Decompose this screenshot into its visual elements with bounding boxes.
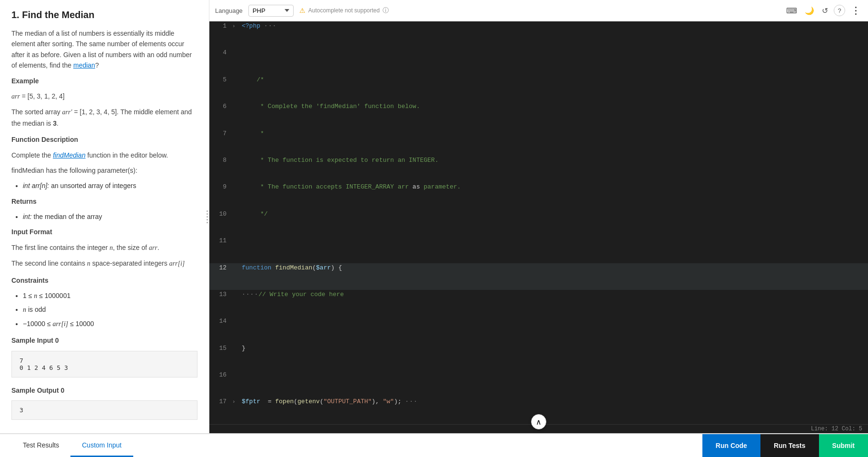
submit-button[interactable]: Submit <box>819 434 868 457</box>
sample-input-line1: 7 <box>20 357 189 364</box>
median-link[interactable]: median <box>73 61 95 69</box>
func-desc-title: Function Description <box>11 134 197 145</box>
line-content-6: * Complete the 'findMedian' function bel… <box>240 102 868 129</box>
code-line-13: 13 ····// Write your code here <box>209 290 868 317</box>
line-num-13: 13 <box>209 290 232 317</box>
return-item: int: the median of the array <box>23 211 197 222</box>
line-num-5: 5 <box>209 75 232 102</box>
code-line-10: 10 */ <box>209 209 868 236</box>
line-num-9: 9 <box>209 182 232 209</box>
returns-list: int: the median of the array <box>23 211 197 222</box>
bottom-bar: Test Results Custom Input Run Code Run T… <box>0 433 868 457</box>
line-expander-16 <box>232 370 240 397</box>
description-p1: The median of a list of numbers is essen… <box>11 28 197 71</box>
constraints-list: 1 ≤ n ≤ 1000001 n is odd −10000 ≤ arr[i]… <box>23 290 197 329</box>
sample-output-value: 3 <box>20 407 189 414</box>
sample-output-title: Sample Output 0 <box>11 385 197 396</box>
line-num-15: 15 <box>209 344 232 370</box>
sample-input-title: Sample Input 0 <box>11 335 197 346</box>
constraint-1: 1 ≤ n ≤ 1000001 <box>23 290 197 301</box>
main-container: 1. Find the Median The median of a list … <box>0 0 868 433</box>
code-line-12: 12 function findMedian($arr) { <box>209 263 868 290</box>
sample-output-box: 3 <box>11 400 197 420</box>
sorted-desc: The sorted array arr′ = [1, 2, 3, 4, 5].… <box>11 107 197 129</box>
code-line-5: 5 /* <box>209 75 868 102</box>
line-expander-4 <box>232 48 240 75</box>
problem-title: 1. Find the Median <box>11 10 197 20</box>
line-expander-7 <box>232 129 240 156</box>
func-desc-p1: Complete the findMedian function in the … <box>11 150 197 160</box>
line-expander-10 <box>232 209 240 236</box>
line-content-4 <box>240 48 868 75</box>
help-button[interactable]: ? <box>834 5 845 16</box>
line-content-10: */ <box>240 209 868 236</box>
scroll-up-button[interactable]: ∧ <box>531 414 546 429</box>
more-options-button[interactable]: ⋮ <box>849 3 862 18</box>
tab-custom-input[interactable]: Custom Input <box>70 434 133 457</box>
code-lines: 1 › <?php ··· 4 5 /* <box>209 21 868 424</box>
resize-handle[interactable] <box>205 0 209 433</box>
input-format-p1: The first line contains the integer n, t… <box>11 242 197 253</box>
code-line-11: 11 <box>209 236 868 263</box>
line-num-17: 17 <box>209 397 232 424</box>
code-line-15: 15 } <box>209 344 868 370</box>
toolbar-right: ⌨ 🌙 ↺ ? ⋮ <box>784 3 862 18</box>
code-line-9: 9 * The function accepts INTEGER_ARRAY a… <box>209 182 868 209</box>
dark-mode-button[interactable]: 🌙 <box>803 4 816 17</box>
run-tests-button[interactable]: Run Tests <box>760 434 819 457</box>
language-select[interactable]: PHP Python3 Java C++ JavaScript <box>248 5 294 17</box>
drag-dot <box>207 213 208 215</box>
line-num-16: 16 <box>209 370 232 397</box>
warning-icon: ⚠ <box>299 7 306 14</box>
code-line-6: 6 * Complete the 'findMedian' function b… <box>209 102 868 129</box>
line-expander-6 <box>232 102 240 129</box>
run-code-button[interactable]: Run Code <box>702 434 760 457</box>
drag-dot <box>207 216 208 218</box>
line-expander-14 <box>232 317 240 343</box>
line-content-12: function findMedian($arr) { <box>240 263 868 290</box>
line-num-6: 6 <box>209 102 232 129</box>
line-content-5: /* <box>240 75 868 102</box>
keyboard-button[interactable]: ⌨ <box>784 4 799 17</box>
code-line-4: 4 <box>209 48 868 75</box>
constraints-title: Constraints <box>11 275 197 286</box>
arr-formula: arr = [5, 3, 1, 2, 4] <box>11 91 197 102</box>
line-content-17: $fptr = fopen(getenv("OUTPUT_PATH"), "w"… <box>240 397 868 424</box>
drag-dot <box>207 210 208 212</box>
left-panel: 1. Find the Median The median of a list … <box>0 0 209 433</box>
find-median-link[interactable]: findMedian <box>53 151 86 159</box>
tab-test-results[interactable]: Test Results <box>11 434 70 457</box>
sample-input-line2: 0 1 2 4 6 5 3 <box>20 364 189 371</box>
line-content-7: * <box>240 129 868 156</box>
line-expander-12 <box>232 263 240 290</box>
input-format-title: Input Format <box>11 227 197 237</box>
code-line-14: 14 <box>209 317 868 343</box>
line-num-14: 14 <box>209 317 232 343</box>
line-num-11: 11 <box>209 236 232 263</box>
line-content-8: * The function is expected to return an … <box>240 156 868 182</box>
code-line-8: 8 * The function is expected to return a… <box>209 156 868 182</box>
autocomplete-text: Autocomplete not supported <box>308 7 380 14</box>
input-format-p2: The second line contains n space-separat… <box>11 258 197 269</box>
line-expander-15 <box>232 344 240 370</box>
params-list: int arr[n]: an unsorted array of integer… <box>23 180 197 191</box>
code-editor[interactable]: 1 › <?php ··· 4 5 /* <box>209 21 868 424</box>
reset-button[interactable]: ↺ <box>820 4 830 17</box>
line-content-1: <?php ··· <box>240 21 868 48</box>
info-icon[interactable]: ⓘ <box>383 6 389 15</box>
func-desc-p2: findMedian has the following parameter(s… <box>11 165 197 176</box>
code-line-16: 16 <box>209 370 868 397</box>
constraint-2: n is odd <box>23 304 197 315</box>
line-expander-1[interactable]: › <box>232 21 240 48</box>
line-content-16 <box>240 370 868 397</box>
status-text: Line: 12 Col: 5 <box>811 426 862 432</box>
line-content-15: } <box>240 344 868 370</box>
line-content-13: ····// Write your code here <box>240 290 868 317</box>
line-expander-11 <box>232 236 240 263</box>
line-num-12: 12 <box>209 263 232 290</box>
line-expander-9 <box>232 182 240 209</box>
drag-dot <box>207 222 208 223</box>
autocomplete-warning: ⚠ Autocomplete not supported ⓘ <box>299 6 389 15</box>
line-expander-17[interactable]: › <box>232 397 240 424</box>
line-num-1: 1 <box>209 21 232 48</box>
